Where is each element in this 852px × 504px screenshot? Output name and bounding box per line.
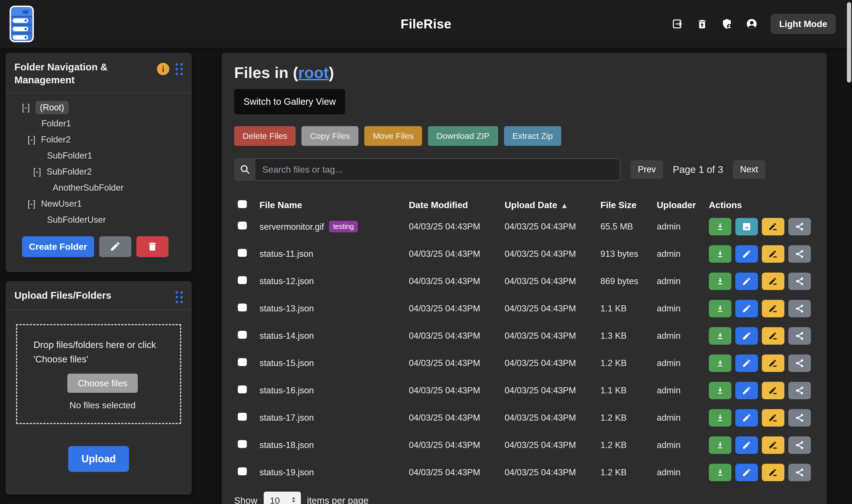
tree-toggle-control[interactable]: [-] (33, 167, 41, 177)
drag-handle-icon[interactable] (175, 63, 183, 75)
folder-tree-item[interactable]: [-]SubFolder2 (6, 164, 191, 180)
account-icon[interactable] (746, 18, 758, 30)
download-button[interactable] (709, 436, 731, 454)
download-button[interactable] (709, 327, 731, 345)
move-files-button[interactable]: Move Files (364, 126, 422, 146)
delete-folder-button[interactable] (136, 236, 169, 257)
upload-button[interactable]: Upload (68, 446, 129, 472)
folder-label[interactable]: SubFolder1 (47, 151, 92, 161)
column-header-uploader[interactable]: Uploader (657, 200, 709, 210)
rename-file-button[interactable] (762, 436, 784, 454)
folder-tree-item[interactable]: [-]NewUser1 (6, 196, 191, 212)
folder-tree-item[interactable]: AnotherSubFolder (6, 180, 191, 196)
rename-file-button[interactable] (762, 464, 784, 481)
preview-image-button[interactable] (735, 218, 758, 235)
switch-gallery-view-button[interactable]: Switch to Gallery View (234, 89, 345, 114)
rename-file-button[interactable] (762, 218, 784, 235)
file-name-link[interactable]: status-12.json (260, 276, 314, 286)
extract-zip-button[interactable]: Extract Zip (504, 126, 561, 146)
row-checkbox[interactable] (238, 249, 247, 257)
info-icon[interactable]: i (157, 63, 169, 75)
edit-file-button[interactable] (735, 245, 758, 263)
row-checkbox[interactable] (238, 467, 247, 475)
row-checkbox[interactable] (238, 331, 247, 339)
folder-label[interactable]: SubFolder2 (47, 167, 92, 177)
shield-user-icon[interactable] (721, 18, 733, 30)
share-file-button[interactable] (788, 355, 811, 372)
items-per-page-select[interactable]: 10 (264, 492, 301, 504)
folder-tree-item[interactable]: SubFolderUser (6, 212, 191, 228)
column-header-file-name[interactable]: File Name (260, 200, 409, 210)
rename-file-button[interactable] (762, 300, 784, 317)
light-mode-button[interactable]: Light Mode (770, 14, 836, 34)
scrollbar-thumb[interactable] (847, 2, 851, 83)
folder-tree-item[interactable]: Folder1 (6, 115, 191, 131)
share-file-button[interactable] (788, 218, 811, 235)
edit-file-button[interactable] (735, 464, 758, 481)
select-all-checkbox[interactable] (238, 200, 247, 208)
download-button[interactable] (709, 300, 731, 317)
edit-file-button[interactable] (735, 355, 758, 372)
copy-files-button[interactable]: Copy Files (301, 126, 359, 146)
rename-file-button[interactable] (762, 382, 784, 399)
share-file-button[interactable] (788, 245, 811, 263)
column-header-upload-date[interactable]: Upload Date▲ (505, 200, 601, 210)
folder-label[interactable]: NewUser1 (41, 199, 82, 209)
row-checkbox[interactable] (238, 221, 247, 230)
file-name-link[interactable]: status-16.json (260, 385, 314, 395)
download-button[interactable] (709, 245, 731, 263)
row-checkbox[interactable] (238, 304, 247, 311)
edit-file-button[interactable] (735, 409, 758, 427)
row-checkbox[interactable] (238, 358, 247, 366)
edit-file-button[interactable] (735, 327, 758, 345)
trash-restore-icon[interactable] (696, 18, 708, 30)
create-folder-button[interactable]: Create Folder (22, 236, 94, 257)
download-button[interactable] (709, 273, 731, 290)
file-name-link[interactable]: status-15.json (260, 358, 314, 368)
folder-label[interactable]: AnotherSubFolder (53, 183, 124, 193)
share-file-button[interactable] (788, 436, 811, 454)
share-file-button[interactable] (788, 300, 811, 317)
row-checkbox[interactable] (238, 276, 247, 284)
file-name-link[interactable]: status-18.json (260, 440, 314, 450)
next-page-button[interactable]: Next (733, 160, 765, 179)
drag-handle-icon[interactable] (175, 291, 183, 303)
share-file-button[interactable] (788, 464, 811, 481)
edit-file-button[interactable] (735, 273, 758, 290)
tree-toggle-control[interactable]: [-] (22, 103, 30, 113)
column-header-file-size[interactable]: File Size (601, 200, 657, 210)
folder-label[interactable]: SubFolderUser (47, 215, 106, 225)
download-button[interactable] (709, 218, 731, 235)
file-name-link[interactable]: servermonitor.gif (260, 222, 324, 232)
row-checkbox[interactable] (238, 413, 247, 421)
tree-toggle-control[interactable]: [-] (28, 199, 35, 209)
file-name-link[interactable]: status-19.json (260, 467, 314, 477)
rename-file-button[interactable] (762, 327, 784, 345)
rename-file-button[interactable] (762, 273, 784, 290)
file-name-link[interactable]: status-11.json (260, 249, 313, 259)
search-button[interactable] (234, 158, 256, 181)
share-file-button[interactable] (788, 273, 811, 290)
edit-file-button[interactable] (735, 382, 758, 399)
rename-file-button[interactable] (762, 245, 784, 263)
rename-file-button[interactable] (762, 409, 784, 427)
root-folder-link[interactable]: root (298, 64, 329, 82)
delete-files-button[interactable]: Delete Files (234, 126, 296, 146)
folder-label[interactable]: (Root) (35, 101, 69, 114)
share-file-button[interactable] (788, 382, 811, 399)
rename-folder-button[interactable] (99, 236, 131, 257)
download-button[interactable] (709, 409, 731, 427)
share-file-button[interactable] (788, 327, 811, 345)
folder-label[interactable]: Folder2 (41, 134, 71, 145)
folder-tree-item[interactable]: SubFolder1 (6, 147, 191, 164)
logout-icon[interactable] (672, 18, 683, 30)
rename-file-button[interactable] (762, 355, 784, 372)
column-header-date-modified[interactable]: Date Modified (409, 200, 505, 210)
download-button[interactable] (709, 464, 731, 481)
edit-file-button[interactable] (735, 436, 758, 454)
search-input[interactable] (256, 158, 621, 181)
choose-files-button[interactable]: Choose files (67, 374, 138, 393)
row-checkbox[interactable] (238, 385, 247, 393)
prev-page-button[interactable]: Prev (630, 160, 663, 179)
share-file-button[interactable] (788, 409, 811, 427)
